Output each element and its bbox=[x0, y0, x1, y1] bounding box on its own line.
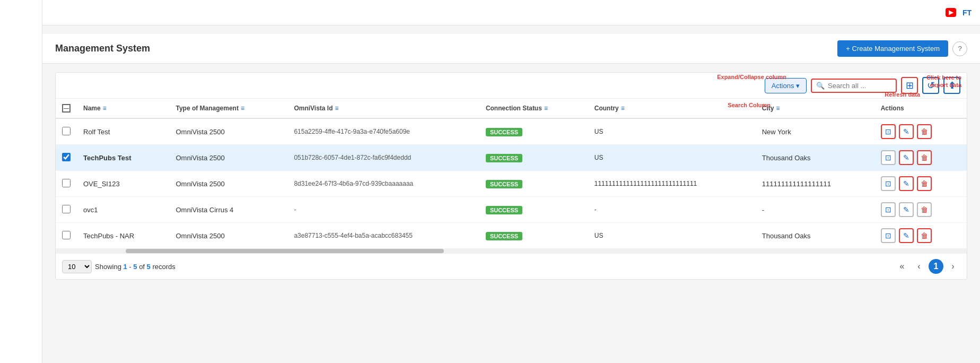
row-actions: ⊡✎🗑 bbox=[881, 202, 960, 217]
horizontal-scrollbar[interactable] bbox=[56, 249, 967, 253]
expand-collapse-button[interactable]: ⊞ bbox=[901, 77, 918, 94]
col-country-label: Country bbox=[594, 105, 619, 112]
row-delete-button[interactable]: 🗑 bbox=[917, 124, 932, 139]
row-delete-button[interactable]: 🗑 bbox=[917, 176, 932, 191]
row-edit-button[interactable]: ✎ bbox=[899, 176, 914, 191]
header-row: Name ≡ Type of Management ≡ bbox=[56, 99, 967, 118]
row-city: - bbox=[756, 197, 874, 223]
range-end: 5 bbox=[133, 263, 137, 271]
row-country: US bbox=[588, 223, 756, 249]
col-actions-label: Actions bbox=[881, 105, 904, 112]
row-omnivista-id: 051b728c-6057-4de1-872c-fa6c9f4deddd bbox=[287, 145, 479, 171]
col-country-filter-icon[interactable]: ≡ bbox=[621, 105, 625, 112]
row-omnivista-id: - bbox=[287, 197, 479, 223]
table-row[interactable]: ovc1OmniVista Cirrus 4-SUCCESS--⊡✎🗑 bbox=[56, 197, 967, 223]
row-edit-button[interactable]: ✎ bbox=[899, 150, 914, 165]
row-actions-cell: ⊡✎🗑 bbox=[874, 145, 967, 171]
table-row[interactable]: OVE_SI123OmniVista 25008d31ee24-67f3-4b6… bbox=[56, 171, 967, 197]
total-records: 5 bbox=[147, 263, 151, 271]
table-head: Name ≡ Type of Management ≡ bbox=[56, 99, 967, 118]
col-country: Country ≡ bbox=[588, 99, 756, 118]
row-checkbox-cell bbox=[56, 145, 77, 171]
row-checkbox[interactable] bbox=[62, 153, 71, 161]
scrollbar-thumb[interactable] bbox=[126, 249, 444, 253]
row-checkbox-cell bbox=[56, 223, 77, 249]
col-type-filter-icon[interactable]: ≡ bbox=[241, 105, 244, 112]
row-delete-button[interactable]: 🗑 bbox=[917, 228, 932, 243]
range-start: 1 bbox=[123, 263, 127, 271]
export-button[interactable]: ⬆ bbox=[943, 77, 960, 94]
status-badge: SUCCESS bbox=[486, 206, 522, 214]
table-row[interactable]: Rolf TestOmniVista 2500615a2259-4ffe-417… bbox=[56, 118, 967, 145]
youtube-icon[interactable]: ▶ bbox=[946, 8, 956, 17]
page-size-dropdown[interactable]: 10 25 50 100 bbox=[62, 260, 92, 273]
row-checkbox[interactable] bbox=[62, 127, 71, 135]
main-content: ▶ FT Management System + Create Manageme… bbox=[42, 0, 980, 363]
row-checkbox[interactable] bbox=[62, 179, 71, 187]
row-name: TechPubs Test bbox=[77, 145, 169, 171]
row-type: OmniVista Cirrus 4 bbox=[169, 197, 287, 223]
row-edit-button[interactable]: ✎ bbox=[899, 228, 914, 243]
row-info-button[interactable]: ⊡ bbox=[881, 176, 896, 191]
page-header: Management System + Create Management Sy… bbox=[42, 34, 980, 64]
row-type: OmniVista 2500 bbox=[169, 171, 287, 197]
showing-text: Showing 1 - 5 of 5 records bbox=[95, 263, 176, 271]
row-checkbox-cell bbox=[56, 171, 77, 197]
page-1-button[interactable]: 1 bbox=[929, 259, 943, 274]
search-box: 🔍 bbox=[811, 79, 897, 93]
row-delete-button[interactable]: 🗑 bbox=[917, 202, 932, 217]
pagination-controls: « ‹ 1 › bbox=[895, 259, 960, 274]
table-row[interactable]: TechPubs - NAROmniVista 2500a3e87713-c55… bbox=[56, 223, 967, 249]
row-info-button[interactable]: ⊡ bbox=[881, 228, 896, 243]
row-actions: ⊡✎🗑 bbox=[881, 150, 960, 165]
col-omnivista-id-filter-icon[interactable]: ≡ bbox=[335, 105, 339, 112]
row-info-button[interactable]: ⊡ bbox=[881, 202, 896, 217]
row-name: Rolf Test bbox=[77, 118, 169, 145]
row-actions: ⊡✎🗑 bbox=[881, 176, 960, 191]
col-city-filter-icon[interactable]: ≡ bbox=[776, 105, 780, 112]
col-city-label: City bbox=[762, 105, 774, 112]
select-all-cell bbox=[56, 99, 77, 118]
toolbar: Actions ▾ 🔍 ⊞ ↺ ⬆ bbox=[56, 73, 967, 99]
page-size-select: 10 25 50 100 Showing 1 - 5 of 5 records bbox=[62, 260, 176, 273]
data-table: Name ≡ Type of Management ≡ bbox=[56, 99, 967, 249]
row-connection-status: SUCCESS bbox=[479, 223, 588, 249]
row-name: ovc1 bbox=[77, 197, 169, 223]
col-name-filter-icon[interactable]: ≡ bbox=[103, 105, 107, 112]
col-omnivista-id: OmniVista Id ≡ bbox=[287, 99, 479, 118]
status-badge: SUCCESS bbox=[486, 154, 522, 162]
row-connection-status: SUCCESS bbox=[479, 197, 588, 223]
actions-button[interactable]: Actions ▾ bbox=[765, 78, 807, 93]
create-button[interactable]: + Create Management System bbox=[837, 40, 948, 57]
first-page-button[interactable]: « bbox=[895, 259, 909, 274]
row-country: US bbox=[588, 118, 756, 145]
refresh-button[interactable]: ↺ bbox=[922, 77, 939, 94]
col-type-label: Type of Management bbox=[176, 105, 238, 112]
select-all-checkbox[interactable] bbox=[62, 104, 71, 113]
search-input[interactable] bbox=[828, 82, 891, 90]
content-area: Management System + Create Management Sy… bbox=[42, 25, 980, 363]
table-scroll[interactable]: Name ≡ Type of Management ≡ bbox=[56, 99, 967, 249]
help-button[interactable]: ? bbox=[952, 41, 967, 56]
top-bar: ▶ FT bbox=[42, 0, 980, 25]
row-edit-button[interactable]: ✎ bbox=[899, 202, 914, 217]
row-omnivista-id: 8d31ee24-67f3-4b6a-97cd-939cbaaaaaaa bbox=[287, 171, 479, 197]
row-info-button[interactable]: ⊡ bbox=[881, 150, 896, 165]
col-connection-status-label: Connection Status bbox=[486, 105, 542, 112]
row-checkbox[interactable] bbox=[62, 231, 71, 239]
row-name: OVE_SI123 bbox=[77, 171, 169, 197]
row-info-button[interactable]: ⊡ bbox=[881, 124, 896, 139]
col-city: City ≡ bbox=[756, 99, 874, 118]
search-icon: 🔍 bbox=[816, 82, 825, 90]
prev-page-button[interactable]: ‹ bbox=[912, 259, 926, 274]
table-row[interactable]: TechPubs TestOmniVista 2500051b728c-6057… bbox=[56, 145, 967, 171]
row-delete-button[interactable]: 🗑 bbox=[917, 150, 932, 165]
row-edit-button[interactable]: ✎ bbox=[899, 124, 914, 139]
col-connection-status-filter-icon[interactable]: ≡ bbox=[544, 105, 548, 112]
next-page-button[interactable]: › bbox=[946, 259, 960, 274]
row-connection-status: SUCCESS bbox=[479, 118, 588, 145]
avatar: FT bbox=[962, 8, 972, 17]
row-checkbox[interactable] bbox=[62, 205, 71, 213]
col-connection-status: Connection Status ≡ bbox=[479, 99, 588, 118]
row-country: - bbox=[588, 197, 756, 223]
